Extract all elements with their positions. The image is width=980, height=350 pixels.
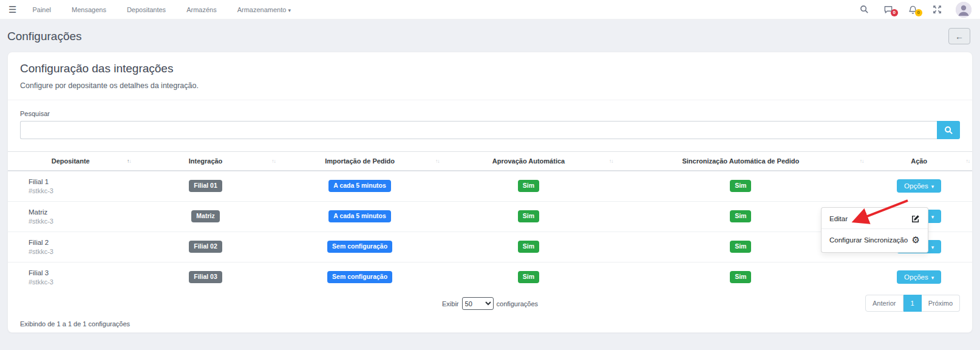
notifications-bell-icon[interactable]: 0 — [907, 4, 918, 15]
options-button[interactable]: Opções — [897, 179, 941, 193]
col-importacao[interactable]: Importação de Pedido — [278, 152, 442, 171]
hamburger-menu-icon[interactable] — [9, 4, 16, 15]
user-avatar[interactable] — [956, 2, 971, 18]
table-footer: Exibir 50 configurações Anterior 1 Próxi… — [8, 292, 972, 332]
depositante-code: #stkkc-3 — [29, 218, 129, 225]
depositante-name: Matriz — [29, 208, 129, 216]
integration-badge: Matriz — [191, 210, 219, 222]
page-header: Configurações — [0, 19, 980, 49]
depositante-code: #stkkc-3 — [29, 248, 129, 255]
notifications-count-badge: 0 — [915, 9, 922, 16]
search-label: Pesquisar — [20, 110, 960, 117]
page-size-label: Exibir — [442, 300, 459, 307]
dropdown-item-configurar-sincronizacao[interactable]: Configurar Sincronização — [822, 228, 928, 251]
import-mode-badge: Sem configuração — [327, 241, 392, 253]
navbar-icons: 0 0 — [859, 2, 971, 18]
nav-menu: Painel Mensagens Depositantes Armazéns A… — [32, 6, 859, 13]
col-aprovacao[interactable]: Aprovação Automática — [442, 152, 616, 171]
table-row: Filial 1#stkkc-3 Filial 01 A cada 5 minu… — [8, 171, 972, 201]
page-title: Configurações — [7, 30, 82, 43]
table-row: Filial 3#stkkc-3 Filial 03 Sem configura… — [8, 262, 972, 292]
col-importacao-label: Importação de Pedido — [325, 157, 395, 165]
messages-count-badge: 0 — [891, 9, 898, 16]
sort-icon[interactable] — [127, 158, 131, 164]
sync-badge: Sim — [730, 241, 751, 253]
pagination-next-button[interactable]: Próximo — [922, 295, 960, 312]
col-acao-label: Ação — [911, 157, 927, 165]
dropdown-item-editar-label: Editar — [829, 215, 848, 222]
col-aprovacao-label: Aprovação Automática — [492, 157, 565, 165]
gear-icon — [912, 235, 920, 245]
approval-badge: Sim — [518, 241, 539, 253]
card-subheading: Configure por depositante os detalhes da… — [20, 81, 960, 90]
col-depositante-label: Depositante — [52, 157, 90, 165]
col-integracao[interactable]: Integração — [133, 152, 277, 171]
page-size-select[interactable]: 50 — [462, 297, 494, 310]
fullscreen-icon[interactable] — [931, 4, 942, 15]
page-size-group: Exibir 50 configurações — [442, 297, 538, 310]
options-dropdown-menu: Editar Configurar Sincronização — [821, 207, 928, 253]
integrations-card: Configuração das integrações Configure p… — [7, 52, 973, 333]
import-mode-badge: A cada 5 minutos — [328, 210, 391, 222]
sort-icon[interactable] — [966, 158, 970, 164]
pagination-page-1-button[interactable]: 1 — [903, 295, 922, 312]
table-header-row: Depositante Integração Importação de Ped… — [8, 152, 972, 171]
col-sincronizacao-label: Sincronização Automática de Pedido — [682, 157, 799, 165]
integration-badge: Filial 01 — [189, 180, 222, 192]
integration-badge: Filial 02 — [189, 241, 222, 253]
depositante-name: Filial 1 — [29, 178, 129, 185]
depositante-name: Filial 3 — [29, 269, 129, 276]
depositante-code: #stkkc-3 — [29, 187, 129, 194]
import-mode-badge: Sem configuração — [327, 271, 392, 283]
col-sincronizacao[interactable]: Sincronização Automática de Pedido — [615, 152, 866, 171]
depositante-code: #stkkc-3 — [29, 278, 129, 286]
card-heading: Configuração das integrações — [20, 62, 960, 75]
card-intro: Configuração das integrações Configure p… — [8, 52, 972, 100]
nav-item-armazens[interactable]: Armazéns — [186, 6, 217, 13]
sort-icon[interactable] — [860, 158, 864, 164]
nav-item-armazenamento[interactable]: Armazenamento — [237, 6, 291, 13]
search-input[interactable] — [20, 121, 937, 139]
import-mode-badge: A cada 5 minutos — [328, 180, 391, 192]
search-icon[interactable] — [859, 4, 869, 15]
pagination-previous-button[interactable]: Anterior — [865, 295, 903, 312]
sort-icon[interactable] — [609, 158, 613, 164]
sort-icon[interactable] — [271, 158, 276, 164]
search-section: Pesquisar — [8, 100, 972, 151]
integration-badge: Filial 03 — [189, 271, 222, 283]
options-button[interactable]: Opções — [897, 270, 941, 284]
chevron-down-icon — [286, 6, 291, 13]
approval-badge: Sim — [518, 180, 539, 192]
dropdown-item-sync-label: Configurar Sincronização — [829, 236, 908, 244]
dropdown-item-editar[interactable]: Editar — [822, 209, 928, 228]
sync-badge: Sim — [730, 180, 751, 192]
col-depositante[interactable]: Depositante — [8, 152, 133, 171]
back-button[interactable] — [948, 28, 970, 44]
col-integracao-label: Integração — [189, 157, 223, 165]
results-summary: Exibindo de 1 a 1 de 1 configurações — [20, 320, 130, 328]
messages-icon[interactable]: 0 — [883, 4, 894, 15]
depositante-name: Filial 2 — [29, 239, 129, 246]
edit-icon — [911, 214, 920, 223]
col-acao: Ação — [866, 152, 972, 171]
top-navbar: Painel Mensagens Depositantes Armazéns A… — [0, 0, 980, 19]
pagination: Anterior 1 Próximo — [865, 295, 960, 312]
page-size-unit-label: configurações — [497, 300, 539, 307]
nav-item-painel[interactable]: Painel — [32, 6, 51, 13]
approval-badge: Sim — [518, 210, 539, 222]
magnifier-icon — [944, 126, 953, 135]
approval-badge: Sim — [518, 271, 539, 283]
search-button[interactable] — [937, 121, 960, 139]
sort-icon[interactable] — [435, 158, 440, 164]
nav-item-armazenamento-label: Armazenamento — [237, 6, 287, 13]
nav-item-depositantes[interactable]: Depositantes — [127, 6, 166, 13]
nav-item-mensagens[interactable]: Mensagens — [72, 6, 106, 13]
sync-badge: Sim — [730, 271, 751, 283]
sync-badge: Sim — [730, 210, 751, 222]
